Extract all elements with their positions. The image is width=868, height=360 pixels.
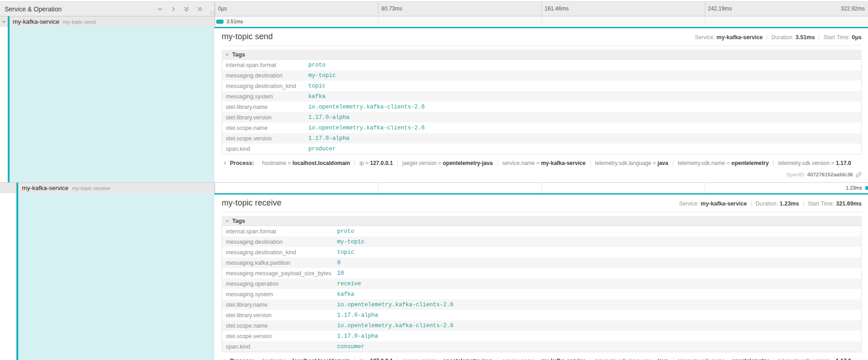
process-label: Process: bbox=[230, 358, 254, 360]
collapse-children-toggle[interactable] bbox=[0, 19, 8, 24]
tag-row[interactable]: otel.scope.version1.17.0-alpha bbox=[222, 331, 862, 341]
tags-table: internal.span.formatprotomessaging.desti… bbox=[222, 226, 862, 352]
span-name-cell[interactable]: my-kafka-service my-topic receive bbox=[0, 183, 215, 193]
process-attribute: jaeger.version = opentelemetry-java bbox=[397, 358, 497, 360]
span-detail-my-topic-receive: my-topic receive Service:my-kafka-servic… bbox=[0, 193, 868, 360]
span-row-my-topic-send[interactable]: my-kafka-service my-topic send 3.51ms bbox=[0, 16, 868, 27]
span-detail-title: my-topic send bbox=[222, 32, 273, 41]
span-detail-card: my-topic send Service:my-kafka-serviceDu… bbox=[214, 27, 868, 182]
tag-row[interactable]: otel.scope.version1.17.0-alpha bbox=[222, 133, 862, 144]
tag-row[interactable]: messaging.message_payload_size_bytes10 bbox=[222, 268, 862, 278]
tag-row[interactable]: otel.library.version1.17.0-alpha bbox=[222, 112, 862, 123]
span-row-my-topic-receive[interactable]: my-kafka-service my-topic receive 1.23ms bbox=[0, 182, 868, 193]
operation-name: my-topic receive bbox=[72, 185, 110, 191]
span-name-cell[interactable]: my-kafka-service my-topic send bbox=[0, 16, 215, 27]
deep-link-button[interactable] bbox=[856, 172, 862, 178]
tag-value: 1.17.0-alpha bbox=[305, 112, 862, 123]
tag-value: receive bbox=[333, 278, 862, 289]
span-duration-label: 1.23ms bbox=[846, 185, 862, 190]
chevron-right-icon bbox=[223, 161, 227, 165]
tag-key: span.kind bbox=[222, 144, 305, 154]
process-attribute: telemetry.sdk.language = java bbox=[590, 358, 673, 360]
tag-row[interactable]: messaging.destinationmy-topic bbox=[222, 70, 862, 81]
timeline-tick-label: 0μs bbox=[218, 5, 227, 12]
span-id-value: 407276152aafdc36 bbox=[807, 172, 853, 177]
detail-divider bbox=[222, 46, 862, 46]
column-resizer-grip[interactable] bbox=[211, 11, 214, 15]
tags-accordion-header[interactable]: Tags bbox=[222, 216, 862, 226]
tags-accordion-header[interactable]: Tags bbox=[222, 50, 862, 59]
tag-row[interactable]: otel.library.nameio.opentelemetry.kafka-… bbox=[222, 102, 862, 112]
span-duration-bar[interactable] bbox=[865, 186, 868, 190]
meta-item: Service:my-kafka-service bbox=[695, 34, 763, 41]
span-timeline-cell[interactable]: 3.51ms bbox=[215, 16, 868, 27]
process-attribute: hostname = localhost.localdomain bbox=[258, 160, 354, 166]
tag-key: messaging.system bbox=[222, 289, 334, 299]
tag-row[interactable]: otel.scope.nameio.opentelemetry.kafka-cl… bbox=[222, 123, 862, 133]
span-duration-label: 3.51ms bbox=[227, 19, 243, 24]
service-name: my-kafka-service bbox=[13, 18, 59, 25]
detail-highlight-block bbox=[18, 193, 214, 360]
tag-row[interactable]: otel.scope.nameio.opentelemetry.kafka-cl… bbox=[222, 320, 862, 331]
process-attribute: jaeger.version = opentelemetry-java bbox=[397, 160, 497, 166]
chevron-down-icon bbox=[157, 6, 163, 12]
detail-highlight-block bbox=[10, 27, 214, 182]
tag-value: io.opentelemetry.kafka-clients-2.6 bbox=[333, 299, 862, 310]
span-detail-title: my-topic receive bbox=[222, 198, 281, 208]
tag-row[interactable]: internal.span.formatproto bbox=[222, 226, 862, 237]
tag-key: messaging.message_payload_size_bytes bbox=[222, 268, 334, 278]
tag-key: otel.scope.version bbox=[222, 133, 305, 144]
tag-value: kafka bbox=[305, 91, 862, 102]
tag-row[interactable]: span.kindproducer bbox=[222, 144, 862, 154]
meta-item: Service:my-kafka-service bbox=[679, 201, 747, 207]
meta-separator bbox=[803, 201, 804, 206]
tag-value: my-topic bbox=[305, 70, 862, 81]
process-label: Process: bbox=[230, 160, 254, 166]
tag-key: otel.scope.version bbox=[222, 331, 334, 341]
tag-row[interactable]: messaging.operationreceive bbox=[222, 278, 862, 289]
tag-key: messaging.destination bbox=[222, 70, 305, 81]
expand-all-button[interactable] bbox=[183, 5, 190, 13]
process-attribute: telemetry.sdk.version = 1.17.0 bbox=[773, 358, 856, 360]
collapse-one-level-button[interactable] bbox=[170, 5, 177, 13]
tag-key: otel.library.version bbox=[222, 310, 334, 320]
tag-row[interactable]: otel.library.version1.17.0-alpha bbox=[222, 310, 862, 320]
detail-indent-column bbox=[0, 27, 214, 182]
meta-separator bbox=[767, 35, 767, 40]
tag-row[interactable]: messaging.destinationmy-topic bbox=[222, 237, 862, 247]
double-chevron-right-icon bbox=[197, 6, 203, 12]
tag-row[interactable]: messaging.destination_kindtopic bbox=[222, 81, 862, 91]
service-operation-header: Service & Operation bbox=[0, 2, 215, 16]
tag-key: messaging.destination bbox=[222, 237, 334, 247]
link-icon bbox=[856, 172, 862, 178]
process-accordion-header[interactable]: Process: hostname = localhost.localdomai… bbox=[222, 159, 862, 168]
tag-key: messaging.kafka.partition bbox=[222, 257, 334, 268]
timeline-header: Service & Operation 0μs80.73ms161.46ms24… bbox=[0, 1, 868, 16]
tag-row[interactable]: span.kindconsumer bbox=[222, 341, 862, 352]
collapse-all-button[interactable] bbox=[196, 5, 203, 13]
tag-value: 0 bbox=[333, 257, 862, 268]
span-duration-bar[interactable] bbox=[216, 20, 223, 24]
tag-row[interactable]: internal.span.formatproto bbox=[222, 60, 862, 71]
tree-indent-guide bbox=[0, 193, 8, 360]
span-timeline-cell[interactable]: 1.23ms bbox=[215, 183, 868, 193]
tag-row[interactable]: messaging.destination_kindtopic bbox=[222, 247, 862, 257]
process-accordion-header[interactable]: Process: hostname = localhost.localdomai… bbox=[222, 356, 862, 360]
tag-key: internal.span.format bbox=[222, 60, 305, 71]
tag-value: kafka bbox=[333, 289, 862, 299]
service-operation-title: Service & Operation bbox=[0, 5, 62, 13]
meta-item: Start Time:0μs bbox=[823, 34, 862, 41]
tag-value: proto bbox=[305, 60, 862, 71]
tag-row[interactable]: messaging.systemkafka bbox=[222, 289, 862, 299]
process-attribute: ip = 127.0.0.1 bbox=[354, 358, 397, 360]
tag-value: 1.17.0-alpha bbox=[305, 133, 862, 144]
tag-row[interactable]: messaging.kafka.partition0 bbox=[222, 257, 862, 268]
process-attribute: service.name = my-kafka-service bbox=[497, 160, 590, 166]
expand-one-level-button[interactable] bbox=[156, 5, 164, 13]
tag-value: topic bbox=[305, 81, 862, 91]
process-attribute: telemetry.sdk.name = opentelemetry bbox=[673, 160, 774, 166]
tag-row[interactable]: otel.library.nameio.opentelemetry.kafka-… bbox=[222, 299, 862, 310]
tag-row[interactable]: messaging.systemkafka bbox=[222, 91, 862, 102]
chevron-right-icon bbox=[170, 6, 177, 12]
process-attribute: telemetry.sdk.name = opentelemetry bbox=[673, 358, 774, 360]
